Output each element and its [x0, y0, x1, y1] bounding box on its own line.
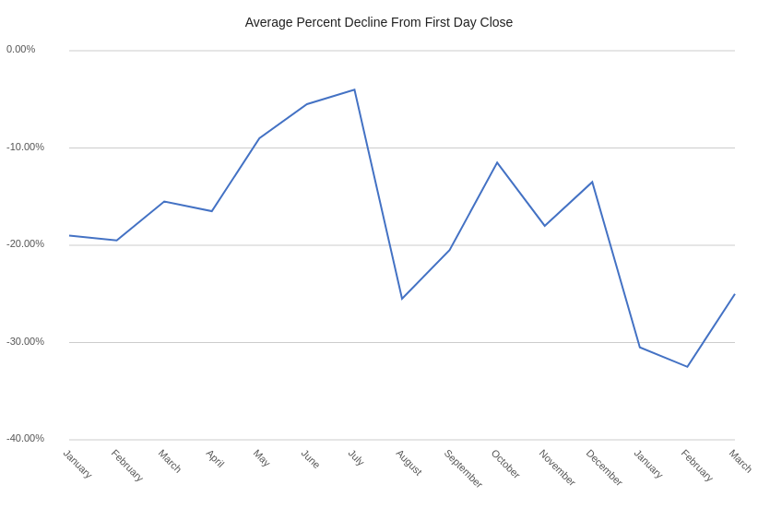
chart-line [69, 89, 735, 367]
y-axis-label: -20.00% [6, 238, 44, 249]
x-axis-label: July [347, 447, 367, 467]
x-axis-label: May [252, 447, 273, 468]
x-axis-label: November [537, 447, 577, 488]
chart-svg [69, 51, 735, 440]
y-axis-label: 0.00% [6, 43, 35, 54]
chart-container: Average Percent Decline From First Day C… [0, 0, 758, 532]
x-axis-label: August [395, 447, 425, 478]
x-axis-label: January [632, 447, 665, 480]
x-axis-label: April [204, 447, 226, 469]
y-axis-label: -30.00% [6, 336, 44, 347]
x-axis-label: March [728, 447, 755, 475]
x-axis-label: February [680, 447, 717, 484]
y-axis-label: -10.00% [6, 141, 44, 152]
y-axis-label: -40.00% [6, 432, 44, 443]
x-axis-label: December [585, 447, 625, 488]
x-axis-label: September [442, 447, 485, 491]
chart-title: Average Percent Decline From First Day C… [0, 15, 758, 30]
x-axis-label: March [157, 447, 184, 475]
x-axis-label: June [299, 447, 322, 470]
x-axis-label: February [109, 447, 146, 484]
x-axis-label: October [490, 447, 523, 480]
x-axis-label: January [62, 447, 95, 480]
